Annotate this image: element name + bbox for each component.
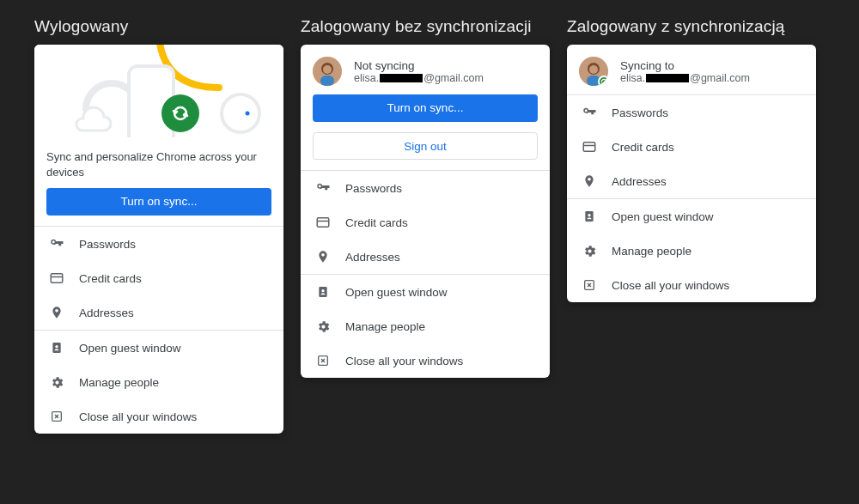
- sync-badge-icon: [598, 76, 608, 86]
- sync-hero-illustration: [34, 45, 283, 137]
- svg-point-1: [222, 94, 259, 132]
- menu-item-label: Manage people: [79, 376, 159, 389]
- svg-point-2: [246, 112, 250, 116]
- menu-item-label: Addresses: [345, 251, 400, 264]
- menu-item-label: Addresses: [612, 175, 667, 188]
- menu-item-open-guest[interactable]: Open guest window: [301, 275, 550, 309]
- svg-point-7: [55, 345, 58, 348]
- close-window-icon: [46, 410, 67, 423]
- menu-item-open-guest[interactable]: Open guest window: [34, 331, 283, 365]
- svg-point-14: [323, 65, 332, 74]
- menu-item-open-guest[interactable]: Open guest window: [567, 199, 816, 234]
- key-icon: [46, 236, 67, 252]
- profile-header: Syncing to elisa.@gmail.com: [567, 45, 816, 94]
- svg-point-3: [161, 94, 199, 132]
- svg-rect-13: [320, 76, 334, 86]
- svg-point-25: [589, 65, 598, 74]
- menu-item-passwords[interactable]: Passwords: [34, 227, 283, 261]
- avatar: [579, 57, 608, 86]
- menu-item-label: Passwords: [612, 106, 668, 119]
- svg-rect-26: [583, 143, 595, 152]
- menu-item-label: Passwords: [79, 238, 136, 251]
- profile-menu-card-nosync: Not syncing elisa.@gmail.com Turn on syn…: [301, 45, 550, 378]
- column-title-logged-out: Wylogowany: [34, 17, 283, 36]
- profile-email: elisa.@gmail.com: [354, 72, 484, 84]
- menu-item-credit-cards[interactable]: Credit cards: [34, 261, 283, 295]
- turn-on-sync-button[interactable]: Turn on sync...: [313, 94, 538, 122]
- gear-icon: [313, 319, 333, 334]
- guest-icon: [46, 341, 67, 355]
- guest-icon: [313, 285, 333, 299]
- profile-header: Not syncing elisa.@gmail.com: [301, 45, 550, 94]
- close-window-icon: [313, 354, 333, 367]
- credit-card-icon: [313, 215, 333, 230]
- menu-item-label: Manage people: [612, 245, 691, 258]
- menu-item-label: Credit cards: [79, 272, 142, 285]
- menu-item-close-all[interactable]: Close all your windows: [567, 268, 816, 302]
- svg-rect-4: [51, 274, 63, 283]
- pin-icon: [313, 250, 333, 264]
- menu-item-label: Addresses: [79, 307, 134, 319]
- menu-item-label: Close all your windows: [79, 410, 197, 423]
- menu-item-label: Credit cards: [612, 141, 674, 154]
- turn-on-sync-button[interactable]: Turn on sync...: [46, 188, 271, 216]
- menu-item-label: Passwords: [345, 182, 402, 195]
- sign-out-button[interactable]: Sign out: [313, 132, 538, 160]
- pin-icon: [46, 306, 67, 319]
- menu-item-manage-people[interactable]: Manage people: [301, 309, 550, 343]
- svg-rect-15: [317, 218, 329, 228]
- menu-item-label: Open guest window: [612, 210, 714, 223]
- pin-icon: [579, 174, 600, 188]
- menu-item-close-all[interactable]: Close all your windows: [301, 343, 550, 378]
- menu-item-label: Credit cards: [345, 216, 408, 229]
- redacted-segment: [646, 74, 689, 82]
- menu-item-close-all[interactable]: Close all your windows: [34, 399, 283, 434]
- menu-item-credit-cards[interactable]: Credit cards: [567, 130, 816, 164]
- menu-item-addresses[interactable]: Addresses: [301, 240, 550, 274]
- menu-item-manage-people[interactable]: Manage people: [567, 234, 816, 268]
- credit-card-icon: [46, 270, 67, 286]
- profile-menu-card-logged-out: Sync and personalize Chrome across your …: [34, 45, 283, 434]
- column-title-logged-in-sync: Zalogowany z synchronizacją: [567, 17, 816, 36]
- svg-point-18: [321, 289, 324, 292]
- menu-item-addresses[interactable]: Addresses: [34, 295, 283, 330]
- menu-item-addresses[interactable]: Addresses: [567, 164, 816, 198]
- menu-item-label: Open guest window: [345, 286, 448, 299]
- svg-point-29: [588, 214, 590, 216]
- profile-email: elisa.@gmail.com: [620, 72, 750, 84]
- menu-item-passwords[interactable]: Passwords: [301, 171, 550, 205]
- redacted-segment: [380, 74, 423, 82]
- key-icon: [579, 105, 600, 120]
- menu-item-label: Close all your windows: [345, 355, 463, 367]
- profile-status: Syncing to: [620, 59, 750, 72]
- gear-icon: [46, 375, 67, 390]
- profile-menu-card-sync: Syncing to elisa.@gmail.com Passwords Cr…: [567, 45, 816, 302]
- menu-item-label: Close all your windows: [612, 279, 729, 292]
- menu-item-label: Open guest window: [79, 342, 181, 355]
- credit-card-icon: [579, 139, 600, 155]
- profile-status: Not syncing: [354, 59, 484, 72]
- avatar: [313, 57, 342, 86]
- gear-icon: [579, 244, 600, 258]
- menu-item-credit-cards[interactable]: Credit cards: [301, 205, 550, 240]
- menu-item-passwords[interactable]: Passwords: [567, 95, 816, 130]
- column-title-logged-in-nosync: Zalogowany bez synchronizacji: [301, 17, 550, 36]
- key-icon: [313, 180, 333, 196]
- menu-item-label: Manage people: [345, 320, 425, 333]
- menu-item-manage-people[interactable]: Manage people: [34, 365, 283, 399]
- sync-hero-caption: Sync and personalize Chrome across your …: [34, 137, 283, 188]
- guest-icon: [579, 209, 600, 223]
- close-window-icon: [579, 278, 600, 292]
